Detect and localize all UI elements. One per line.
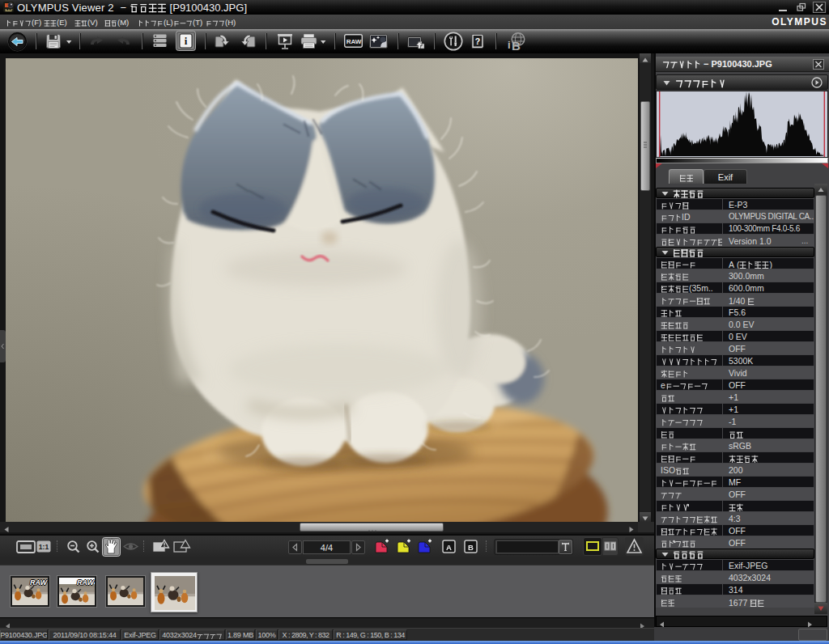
svg-text:i: i <box>185 35 188 47</box>
svg-text:B: B <box>468 543 474 552</box>
svg-text:RAW: RAW <box>346 38 362 45</box>
svg-text:i: i <box>508 39 511 51</box>
svg-text:A: A <box>446 543 452 552</box>
svg-text:B: B <box>512 39 521 52</box>
svg-text:1:1: 1:1 <box>39 543 49 551</box>
svg-text:?: ? <box>475 36 480 46</box>
